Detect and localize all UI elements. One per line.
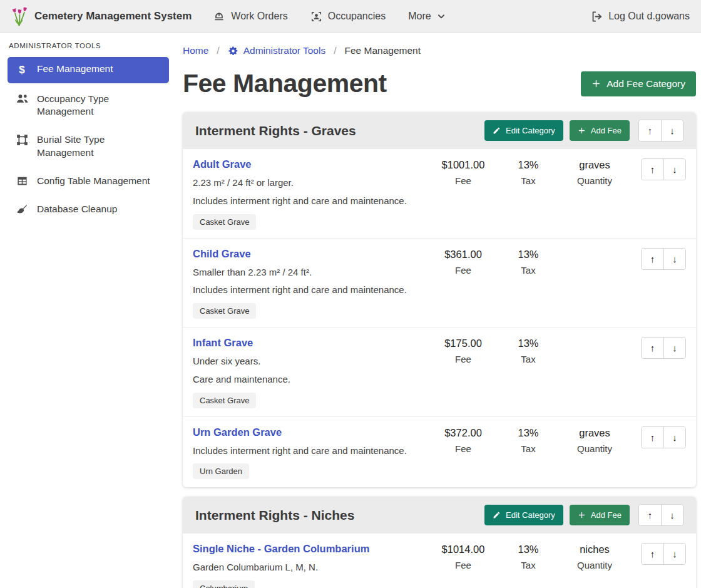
add-fee-category-button[interactable]: Add Fee Category	[581, 71, 696, 96]
fee-description: Garden Columbarium L, M, N.	[193, 560, 423, 574]
move-up-button[interactable]: ↑	[639, 505, 661, 525]
move-down-button[interactable]: ↓	[663, 544, 685, 564]
fee-category-title: Interment Rights - Graves	[195, 123, 478, 138]
fee-row: Adult Grave2.23 m² / 24 ft² or larger.In…	[183, 149, 696, 238]
sidebar-item-label: Config Table Management	[37, 175, 150, 187]
tax-label: Tax	[498, 354, 558, 364]
fee-name-link[interactable]: Single Niche - Garden Columbarium	[193, 543, 369, 555]
reorder-arrow-group-fee: ↑↓	[641, 337, 686, 359]
fee-name-link[interactable]: Infant Grave	[193, 337, 253, 349]
move-down-button[interactable]: ↓	[663, 338, 685, 358]
tax-column: 13%Tax	[498, 158, 558, 186]
tax-column: 13%Tax	[498, 337, 558, 364]
sidebar-item-config-table-management[interactable]: Config Table Management	[8, 169, 169, 193]
logout-icon	[591, 11, 603, 23]
move-up-button[interactable]: ↑	[642, 338, 663, 358]
move-up-button[interactable]: ↑	[639, 120, 661, 141]
tax-label: Tax	[498, 560, 558, 570]
breadcrumb-admin-link[interactable]: Administrator Tools	[228, 45, 326, 56]
fee-row: Infant GraveUnder six years.Care and mai…	[183, 327, 696, 416]
sidebar-item-burial-site-type-management[interactable]: Burial Site Type Management	[8, 128, 169, 165]
fee-description: Includes interment right and care and ma…	[193, 444, 423, 458]
nav-link-work-orders[interactable]: Work Orders	[213, 10, 287, 23]
move-up-button[interactable]: ↑	[642, 544, 663, 564]
breadcrumb-separator: /	[217, 45, 219, 56]
breadcrumb-admin-label: Administrator Tools	[243, 45, 326, 56]
nav-links: Work OrdersOccupanciesMore	[213, 10, 445, 23]
sidebar-item-occupancy-type-management[interactable]: Occupancy Type Management	[8, 87, 169, 124]
fee-amount-label: Fee	[428, 560, 498, 570]
fee-type-badge: Columbarium	[193, 580, 255, 588]
reorder-arrow-group-fee: ↑↓	[641, 248, 686, 270]
fee-description: Includes interment right and care and ma…	[193, 194, 423, 208]
breadcrumb: Home / Administrator Tools / Fee Managem…	[183, 45, 696, 56]
tax-value: 13%	[498, 159, 558, 171]
fee-type-badge: Casket Grave	[193, 303, 256, 319]
pencil-icon	[493, 126, 501, 135]
fee-details: Child GraveSmaller than 2.23 m² / 24 ft²…	[193, 248, 428, 319]
page-title: Fee Management	[183, 69, 387, 98]
occupancies-badge-icon	[310, 11, 322, 23]
fee-name-link[interactable]: Adult Grave	[193, 158, 252, 170]
add-fee-button[interactable]: Add Fee	[570, 120, 630, 141]
fee-row: Single Niche - Garden ColumbariumGarden …	[183, 534, 696, 588]
fee-amount-value: $1001.00	[428, 159, 498, 171]
fee-details: Single Niche - Garden ColumbariumGarden …	[193, 543, 428, 588]
fee-description: 2.23 m² / 24 ft² or larger.	[193, 176, 423, 190]
pencil-icon	[493, 511, 501, 519]
reorder-arrow-group-fee: ↑↓	[641, 426, 686, 448]
gear-icon	[228, 46, 238, 56]
fee-details: Infant GraveUnder six years.Care and mai…	[193, 337, 428, 408]
move-down-button[interactable]: ↓	[663, 249, 685, 269]
sidebar: ADMINISTRATOR TOOLS $Fee ManagementOccup…	[0, 33, 177, 232]
tax-label: Tax	[498, 265, 558, 276]
tax-value: 13%	[498, 544, 558, 555]
breadcrumb-home-link[interactable]: Home	[183, 45, 208, 56]
edit-category-button[interactable]: Edit Category	[484, 120, 563, 141]
quantity-column	[558, 337, 631, 338]
move-up-button[interactable]: ↑	[642, 427, 663, 448]
fee-row: Child GraveSmaller than 2.23 m² / 24 ft²…	[183, 238, 696, 328]
reorder-arrow-group-category: ↑↓	[638, 504, 683, 526]
fee-description: Smaller than 2.23 m² / 24 ft².	[193, 266, 423, 279]
fee-amount-column: $372.00Fee	[428, 426, 498, 454]
add-fee-button[interactable]: Add Fee	[570, 505, 630, 525]
move-down-button[interactable]: ↓	[663, 159, 685, 180]
tax-column: 13%Tax	[498, 426, 558, 454]
broom-icon	[15, 204, 29, 215]
add-fee-label: Add Fee	[591, 126, 622, 135]
nav-link-label: Work Orders	[231, 11, 287, 22]
edit-category-button[interactable]: Edit Category	[484, 505, 563, 525]
nav-link-occupancies[interactable]: Occupancies	[310, 11, 386, 23]
move-down-button[interactable]: ↓	[661, 120, 683, 141]
fee-name-link[interactable]: Urn Garden Grave	[193, 426, 282, 438]
quantity-column: gravesQuantity	[558, 426, 631, 454]
edit-category-label: Edit Category	[506, 126, 555, 135]
fee-row: Urn Garden GraveIncludes interment right…	[183, 416, 696, 488]
move-up-button[interactable]: ↑	[642, 249, 663, 269]
fee-name-link[interactable]: Child Grave	[193, 248, 251, 260]
logout-label: Log Out d.gowans	[608, 11, 690, 22]
nav-link-more[interactable]: More	[408, 11, 445, 22]
reorder-arrow-group-fee: ↑↓	[641, 543, 686, 565]
tax-column: 13%Tax	[498, 543, 558, 570]
fee-amount-column: $1001.00Fee	[428, 158, 498, 186]
logout-button[interactable]: Log Out d.gowans	[591, 11, 690, 23]
sidebar-item-fee-management[interactable]: $Fee Management	[8, 57, 169, 83]
move-down-button[interactable]: ↓	[661, 505, 683, 525]
sidebar-item-database-cleanup[interactable]: Database Cleanup	[8, 197, 169, 222]
fee-amount-value: $175.00	[428, 338, 498, 349]
fee-amount-value: $361.00	[428, 249, 498, 260]
fee-category-card: Interment Rights - NichesEdit CategoryAd…	[183, 497, 696, 588]
fee-description: Care and maintenance.	[193, 373, 423, 386]
tax-column: 13%Tax	[498, 248, 558, 276]
brand-title: Cemetery Management System	[34, 10, 192, 23]
fee-description: Includes interment right and care and ma…	[193, 283, 423, 297]
move-up-button[interactable]: ↑	[642, 159, 663, 180]
fee-amount-value: $372.00	[428, 427, 498, 439]
navbar: Cemetery Management System Work OrdersOc…	[0, 0, 701, 33]
users-icon	[15, 93, 29, 105]
move-down-button[interactable]: ↓	[663, 427, 685, 448]
brand[interactable]: Cemetery Management System	[11, 6, 192, 27]
chevron-down-icon	[437, 12, 446, 21]
